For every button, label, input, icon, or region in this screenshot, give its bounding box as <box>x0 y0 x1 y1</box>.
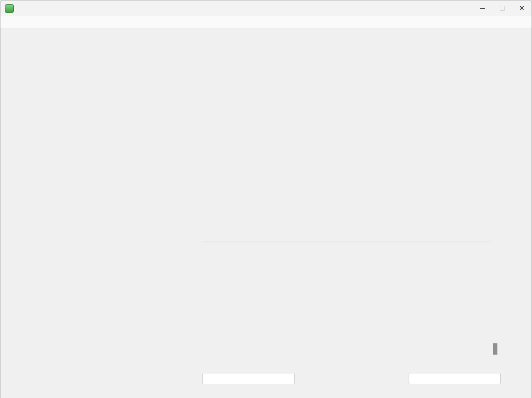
app-icon <box>5 4 14 13</box>
close-icon: ✕ <box>519 5 524 12</box>
copy-to-clipboard-button[interactable] <box>409 373 501 384</box>
maximize-button[interactable] <box>492 0 512 16</box>
datalogger-scrollbar[interactable] <box>492 242 498 362</box>
window-controls: ✕ <box>473 0 532 16</box>
minimize-icon <box>480 8 485 9</box>
minimize-button[interactable] <box>473 0 492 16</box>
menu-file[interactable] <box>3 21 13 24</box>
title-bar: ✕ <box>0 0 532 16</box>
menu-bar <box>0 16 532 29</box>
menu-help[interactable] <box>22 21 31 24</box>
power-temperature-chart <box>167 38 532 230</box>
bar-chart-button[interactable] <box>202 373 295 384</box>
app-window: ✕ <box>0 0 532 398</box>
close-button[interactable]: ✕ <box>512 0 532 16</box>
datalogger-table <box>202 242 491 242</box>
scrollbar-thumb[interactable] <box>493 343 497 355</box>
maximize-icon <box>500 6 505 11</box>
menu-settings[interactable] <box>13 21 22 24</box>
